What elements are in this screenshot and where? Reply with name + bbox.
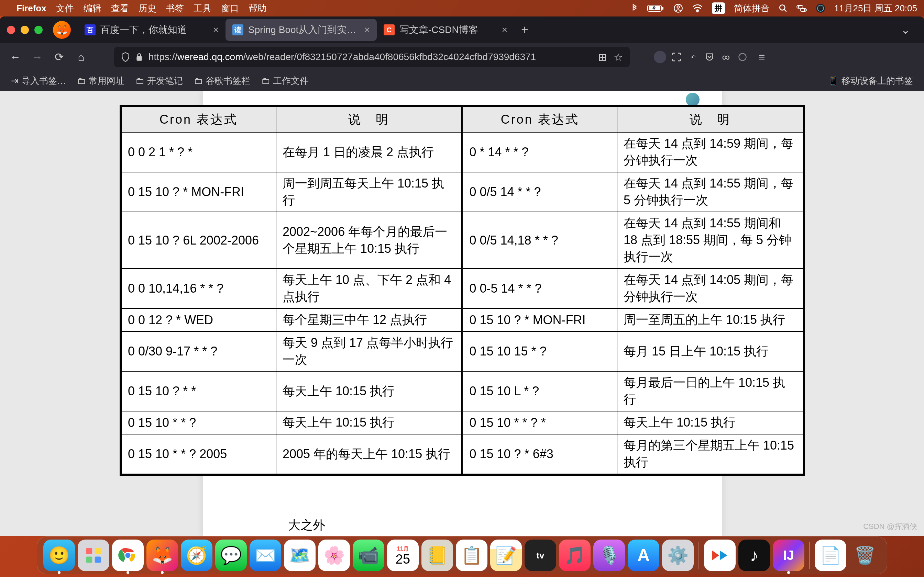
url-bar[interactable]: https://weread.qq.com/web/reader/0f83215… <box>114 47 630 67</box>
th-desc-right: 说 明 <box>617 107 803 132</box>
home-button[interactable]: ⌂ <box>71 47 91 67</box>
cron-expr-cell: 0 0/5 14,18 * * ? <box>462 212 617 269</box>
dock-music[interactable]: 🎵 <box>559 540 591 571</box>
dock-tv[interactable]: tv <box>525 540 556 571</box>
dock-intellij[interactable]: IJ <box>773 540 804 571</box>
dock-finder[interactable]: 🙂 <box>43 540 75 571</box>
cron-desc-cell: 周一至周五的上午 10:15 执行 <box>617 308 803 331</box>
table-row: 0 0 12 ? * WED每个星期三中午 12 点执行0 15 10 ? * … <box>121 308 803 331</box>
wifi-icon[interactable] <box>692 4 703 12</box>
user-icon[interactable] <box>674 3 683 13</box>
datetime[interactable]: 11月25日 周五 20:05 <box>834 2 917 15</box>
dock-facetime[interactable]: 📹 <box>353 540 384 571</box>
dock-trash[interactable]: 🗑️ <box>849 540 881 571</box>
extension-circle-icon[interactable] <box>736 50 750 64</box>
cron-desc-cell: 每月 15 日上午 10:15 执行 <box>617 331 803 371</box>
menu-help[interactable]: 帮助 <box>249 2 267 15</box>
import-icon: ⇥ <box>11 76 19 86</box>
back-button[interactable]: ← <box>5 47 25 67</box>
menu-tools[interactable]: 工具 <box>194 2 212 15</box>
siri-icon[interactable] <box>816 3 825 13</box>
dock-appstore[interactable]: A <box>628 540 659 571</box>
dock-launchpad[interactable] <box>78 540 109 571</box>
cron-table: Cron 表达式 说 明 Cron 表达式 说 明 0 0 2 1 * ? *在… <box>120 105 805 475</box>
dock-youku[interactable] <box>704 540 736 571</box>
dock-document[interactable]: 📄 <box>815 540 846 571</box>
menu-history[interactable]: 历史 <box>139 2 157 15</box>
tabs-dropdown-button[interactable]: ⌄ <box>894 23 917 36</box>
dock-contacts[interactable]: 📒 <box>422 540 453 571</box>
control-center-icon[interactable] <box>796 4 807 12</box>
svg-point-4 <box>677 6 679 8</box>
window-minimize-button[interactable] <box>21 26 29 34</box>
cron-desc-cell: 2002~2006 年每个月的最后一个星期五上午 10:15 执行 <box>276 212 462 269</box>
window-close-button[interactable] <box>7 26 15 34</box>
dock-settings[interactable]: ⚙️ <box>662 540 694 571</box>
bluetooth-icon[interactable] <box>631 3 638 13</box>
cron-expr-cell: 0 15 10 ? * MON-FRI <box>462 308 617 331</box>
menu-view[interactable]: 查看 <box>111 2 129 15</box>
bookmark-folder-google[interactable]: 🗀谷歌书签栏 <box>190 73 254 89</box>
tab-title: 百度一下，你就知道 <box>100 23 208 36</box>
spotlight-icon[interactable] <box>779 4 788 13</box>
dock-notes[interactable]: 📝 <box>490 540 522 571</box>
menu-edit[interactable]: 编辑 <box>84 2 102 15</box>
table-row: 0 15 10 ? * *每天上午 10:15 执行0 15 10 L * ?每… <box>121 371 803 411</box>
dock-reminders[interactable]: 📋 <box>456 540 488 571</box>
cron-desc-cell: 每天 9 点到 17 点每半小时执行一次 <box>276 331 462 371</box>
menu-window[interactable]: 窗口 <box>221 2 239 15</box>
dock-mail[interactable]: ✉️ <box>250 540 281 571</box>
cron-expr-cell: 0 15 10 ? 6L 2002-2006 <box>121 212 276 269</box>
tab-baidu[interactable]: 百 百度一下，你就知道 × <box>78 19 226 41</box>
mobile-bookmarks-button[interactable]: 📱移动设备上的书签 <box>824 73 917 89</box>
svg-rect-13 <box>136 56 142 61</box>
dock-tiktok[interactable]: ♪ <box>738 540 770 571</box>
forward-button[interactable]: → <box>27 47 47 67</box>
table-row: 0 15 10 * * ? 20052005 年的每天上午 10:15 执行0 … <box>121 434 803 474</box>
dock-photos[interactable]: 🌸 <box>318 540 350 571</box>
bookmark-folder-work[interactable]: 🗀工作文件 <box>257 73 313 89</box>
bookmark-folder-dev[interactable]: 🗀开发笔记 <box>131 73 187 89</box>
screenshot-icon[interactable] <box>670 50 683 64</box>
svg-point-6 <box>780 5 785 10</box>
menu-file[interactable]: 文件 <box>56 2 74 15</box>
window-fullscreen-button[interactable] <box>34 26 43 34</box>
pocket-icon[interactable] <box>703 50 716 64</box>
page-content: Cron 表达式 说 明 Cron 表达式 说 明 0 0 2 1 * ? *在… <box>0 91 924 536</box>
truncated-text: 大之外 <box>288 517 325 534</box>
tab-csdn[interactable]: C 写文章-CSDN博客 × <box>377 19 514 41</box>
bookmark-folder-common[interactable]: 🗀常用网址 <box>73 73 129 89</box>
battery-icon[interactable] <box>647 4 664 12</box>
dock: 🙂 🦊 🧭 💬 ✉️ 🗺️ 🌸 📹 11月25 📒 📋 📝 tv 🎵 🎙️ A … <box>37 537 887 574</box>
dock-messages[interactable]: 💬 <box>215 540 247 571</box>
extension-icon[interactable] <box>653 50 667 64</box>
tab-close-button[interactable]: × <box>502 24 507 35</box>
reload-button[interactable]: ⟳ <box>50 47 69 67</box>
extension-undo-icon[interactable]: ↶ <box>686 50 700 64</box>
lock-icon[interactable] <box>136 53 143 61</box>
csdn-favicon-icon: C <box>384 24 395 35</box>
infinity-icon[interactable]: ∞ <box>719 50 733 64</box>
app-name[interactable]: Firefox <box>16 3 47 14</box>
menu-bookmarks[interactable]: 书签 <box>166 2 184 15</box>
folder-icon: 🗀 <box>77 76 86 86</box>
import-bookmarks-button[interactable]: ⇥导入书签… <box>7 73 70 89</box>
bookmark-star-icon[interactable]: ☆ <box>614 51 623 63</box>
qr-icon[interactable]: ⊞ <box>598 51 607 63</box>
new-tab-button[interactable]: + <box>514 23 535 37</box>
dock-chrome[interactable] <box>112 540 144 571</box>
dock-firefox[interactable]: 🦊 <box>147 540 178 571</box>
tab-springboot[interactable]: 读 Spring Boot从入门到实战-章为忠 × <box>226 19 377 41</box>
dock-calendar[interactable]: 11月25 <box>387 540 419 571</box>
firefox-icon[interactable]: 🦊 <box>53 21 71 39</box>
dock-maps[interactable]: 🗺️ <box>284 540 315 571</box>
tab-close-button[interactable]: × <box>364 24 370 35</box>
dock-podcasts[interactable]: 🎙️ <box>593 540 625 571</box>
dock-safari[interactable]: 🧭 <box>181 540 212 571</box>
ime-label[interactable]: 简体拼音 <box>734 2 770 15</box>
tab-bar: 🦊 百 百度一下，你就知道 × 读 Spring Boot从入门到实战-章为忠 … <box>0 16 924 43</box>
ime-indicator-icon[interactable]: 拼 <box>712 2 725 14</box>
app-menu-button[interactable]: ≡ <box>752 47 771 67</box>
tab-close-button[interactable]: × <box>213 24 219 35</box>
shield-icon[interactable] <box>121 52 130 62</box>
